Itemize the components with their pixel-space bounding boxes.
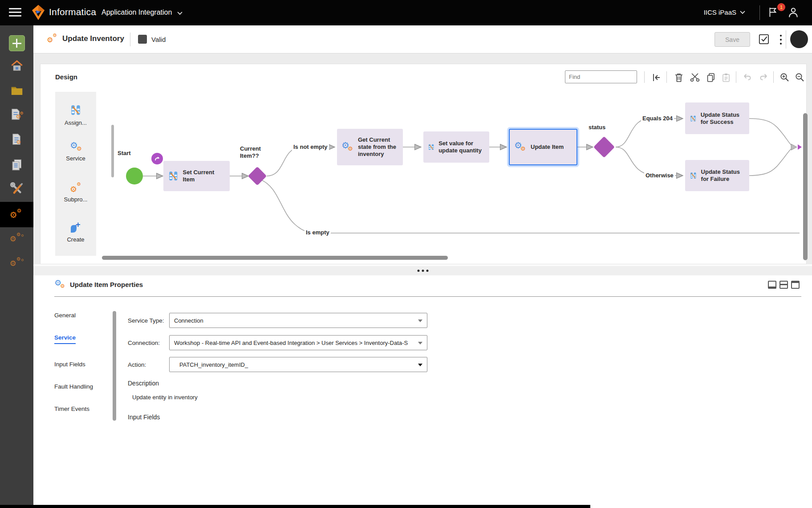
node-update-item-selected[interactable]: ⚙⚙ Update Item xyxy=(509,129,577,165)
notifications-flag-icon[interactable]: 1 xyxy=(767,6,783,20)
tools-icon xyxy=(10,182,24,196)
properties-panel: ⚙ ⚙ Update Item Properties General Servi… xyxy=(33,275,812,505)
tab-timer-events[interactable]: Timer Events xyxy=(54,406,89,412)
chevron-down-icon xyxy=(177,12,183,15)
avatar[interactable] xyxy=(790,30,808,48)
informatica-logo-icon xyxy=(31,4,45,22)
tab-service[interactable]: Service xyxy=(54,334,76,344)
notification-badge: 1 xyxy=(777,3,785,11)
document-gears-icon: ⚙ ⚙ xyxy=(10,108,24,122)
input-fields-section-label: Input Fields xyxy=(128,414,160,421)
validation-status-icon xyxy=(138,35,147,44)
branch-label-is-empty: Is empty xyxy=(304,229,331,236)
branch-label-is-not-empty: Is not empty xyxy=(292,143,329,151)
node-set-value[interactable]: Set value for update quantity xyxy=(423,131,489,163)
sidebar-new-button[interactable] xyxy=(0,32,33,55)
tab-fault-handling[interactable]: Fault Handling xyxy=(54,383,93,390)
sidebar-item-metadata[interactable]: ⚙ xyxy=(0,128,33,152)
layout-bottom-icon[interactable] xyxy=(768,281,776,289)
sidebar-item-explore[interactable] xyxy=(0,79,33,102)
decision-label-current-item: Current Item?? xyxy=(239,145,271,160)
service-icon: ⚙⚙ xyxy=(341,141,354,153)
service-type-select[interactable]: Connection xyxy=(169,313,427,328)
node-update-status-success[interactable]: Update Status for Success xyxy=(685,102,749,134)
sidebar-item-process-objects[interactable]: ⚙ ⚙ xyxy=(0,227,33,250)
document-data-icon: ⚙ xyxy=(10,133,24,147)
action-select[interactable]: PATCH_inventory_itemID_ xyxy=(169,357,427,372)
folder-icon xyxy=(11,85,23,96)
layout-split-icon[interactable] xyxy=(780,281,788,289)
gears-network-icon: ⚙ ⚙ xyxy=(10,232,24,245)
design-workarea: Design xyxy=(33,53,812,264)
end-node-partial xyxy=(798,144,802,150)
sidebar-item-process-designer-active[interactable]: ⚙ ⚙ xyxy=(0,202,33,227)
plus-icon xyxy=(9,35,25,51)
merge-arrow-icon xyxy=(791,144,797,150)
validation-status-text: Valid xyxy=(151,36,166,43)
branch-label-otherwise: Otherwise xyxy=(644,172,675,179)
chevron-down-icon xyxy=(418,320,422,322)
chevron-down-icon xyxy=(740,11,745,14)
description-label: Description xyxy=(128,380,159,387)
node-get-current-state[interactable]: ⚙⚙ Get Current state from the inventory xyxy=(337,129,403,165)
assignment-icon xyxy=(168,171,179,181)
chevron-down-icon xyxy=(418,342,422,344)
more-actions-kebab-icon[interactable] xyxy=(778,33,784,46)
sidebar-item-assets[interactable] xyxy=(0,153,33,176)
layout-top-icon[interactable] xyxy=(791,281,800,289)
topbar-separator xyxy=(759,5,760,20)
header-separator xyxy=(786,30,786,49)
drag-handle-icon[interactable] xyxy=(417,270,428,272)
service-type-label: Service Type: xyxy=(128,317,164,324)
properties-divider xyxy=(54,296,801,297)
validate-check-square-icon[interactable] xyxy=(758,33,770,45)
app-sidebar: ⚙ ⚙ ⚙ xyxy=(0,25,33,508)
canvas-horizontal-scrollbar[interactable] xyxy=(102,256,448,260)
chevron-down-icon xyxy=(418,364,422,366)
properties-title: Update Item Properties xyxy=(70,281,143,288)
node-update-status-failure[interactable]: Update Status for Failure xyxy=(685,160,749,191)
service-icon: ⚙ ⚙ xyxy=(54,279,68,291)
home-icon xyxy=(11,60,23,72)
brand-name: Informatica xyxy=(49,7,96,17)
assignment-icon xyxy=(690,170,697,181)
hamburger-menu-icon[interactable] xyxy=(9,8,21,17)
service-icon: ⚙⚙ xyxy=(514,141,527,153)
gears-network-icon: ⚙ ⚙ xyxy=(10,256,24,270)
assignment-icon xyxy=(690,113,697,124)
tabs-scrollbar[interactable] xyxy=(113,311,116,421)
bottom-strip xyxy=(0,505,590,508)
sidebar-item-data-services[interactable]: ⚙ ⚙ xyxy=(0,103,33,127)
process-type-icon: ⚙ ⚙ xyxy=(47,33,60,45)
app-window: Informatica Application Integration IICS… xyxy=(0,0,812,508)
canvas-vertical-scrollbar[interactable] xyxy=(803,113,808,260)
org-switcher[interactable]: IICS iPaaS xyxy=(704,8,745,16)
copy-documents-icon xyxy=(11,159,23,171)
product-switcher[interactable]: Application Integration xyxy=(102,8,172,16)
description-value: Update entity in inventory xyxy=(132,394,198,401)
asset-header: ⚙ ⚙ Update Inventory Valid Save xyxy=(33,25,812,53)
page-title: Update Inventory xyxy=(62,34,124,43)
user-profile-icon[interactable] xyxy=(787,6,800,20)
connection-select[interactable]: Workshop - Real-time API and Event-based… xyxy=(169,335,427,350)
sidebar-item-home[interactable] xyxy=(0,54,33,78)
panel-splitter[interactable] xyxy=(33,264,812,275)
header-separator xyxy=(130,33,130,46)
start-label: Start xyxy=(116,150,132,157)
sidebar-item-connectors[interactable]: ⚙ ⚙ xyxy=(0,251,33,274)
branch-label-equals-204: Equals 204 xyxy=(641,115,674,122)
action-label: Action: xyxy=(128,361,146,368)
sidebar-item-admin-tools[interactable] xyxy=(0,177,33,201)
decision-label-status: status xyxy=(587,124,607,131)
top-bar: Informatica Application Integration IICS… xyxy=(0,0,812,25)
start-node[interactable] xyxy=(126,168,143,184)
save-button[interactable]: Save xyxy=(715,32,750,47)
tab-input-fields[interactable]: Input Fields xyxy=(54,361,85,368)
event-badge-icon[interactable] xyxy=(151,153,163,164)
node-set-current-item[interactable]: Set Current Item xyxy=(163,161,230,191)
tab-general[interactable]: General xyxy=(54,312,76,319)
connection-label: Connection: xyxy=(128,340,160,346)
design-panel: Design xyxy=(40,64,807,264)
process-gears-icon: ⚙ ⚙ xyxy=(10,208,24,221)
assignment-icon xyxy=(428,142,434,152)
